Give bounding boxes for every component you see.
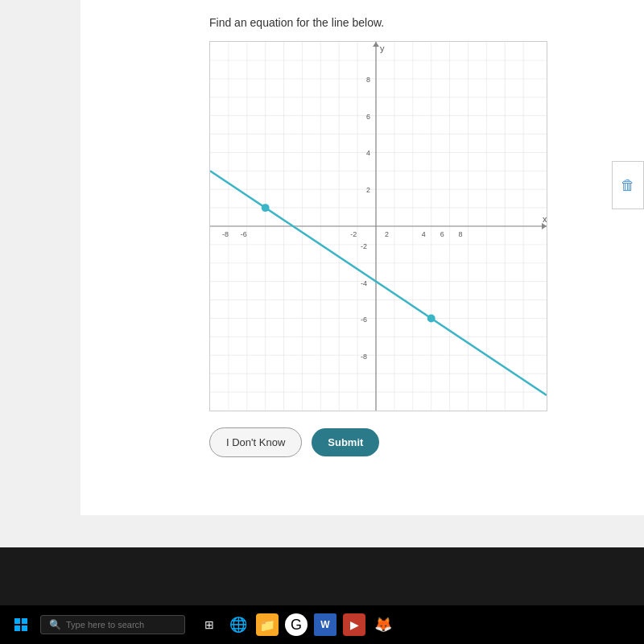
svg-text:-8: -8 [361,353,367,361]
svg-text:-2: -2 [350,230,357,238]
svg-point-59 [262,204,270,212]
svg-text:y: y [380,43,385,53]
svg-text:x: x [543,214,547,224]
svg-text:-2: -2 [361,242,367,250]
submit-button[interactable]: Submit [312,428,379,456]
taskbar-search[interactable]: 🔍 [40,615,185,634]
page-area: Find an equation for the line below. [80,0,644,515]
sidebar-panel: 🗑 [612,161,644,209]
firefox-icon[interactable]: 🦊 [372,613,394,636]
file-manager-icon[interactable]: 📁 [256,613,279,636]
main-content: Find an equation for the line below. [0,0,644,547]
coordinate-graph: x y -8 -6 -2 2 4 6 8 8 6 4 2 -2 -4 [210,42,547,411]
video-icon[interactable]: ▶ [343,613,365,636]
word-icon[interactable]: W [314,613,336,636]
graph-container: x y -8 -6 -2 2 4 6 8 8 6 4 2 -2 -4 [209,41,547,411]
buttons-area: I Don't Know Submit [209,427,628,457]
task-view-icon[interactable]: ⊞ [198,613,221,636]
svg-text:-6: -6 [241,230,247,238]
svg-text:8: 8 [459,230,463,238]
taskbar-icons: ⊞ 🌐 📁 G W ▶ 🦊 [198,613,394,636]
search-icon: 🔍 [49,619,61,630]
search-input[interactable] [66,620,171,630]
svg-text:-8: -8 [222,230,229,238]
svg-text:-6: -6 [361,316,367,324]
google-icon[interactable]: G [285,613,308,636]
svg-text:4: 4 [366,149,370,157]
dark-bottom [40,573,604,605]
taskbar: 🔍 ⊞ 🌐 📁 G W ▶ 🦊 [0,605,644,644]
svg-text:6: 6 [440,230,444,238]
trash-icon: 🗑 [621,177,635,194]
start-button[interactable] [6,610,35,639]
dont-know-button[interactable]: I Don't Know [209,427,302,457]
chrome-icon[interactable]: 🌐 [227,613,250,636]
svg-text:2: 2 [366,186,370,194]
svg-text:2: 2 [385,230,389,238]
instruction-text: Find an equation for the line below. [209,16,628,29]
svg-text:4: 4 [422,230,426,238]
svg-text:-4: -4 [361,279,367,287]
svg-text:8: 8 [366,76,370,84]
svg-point-60 [427,314,436,322]
svg-text:6: 6 [366,113,370,121]
